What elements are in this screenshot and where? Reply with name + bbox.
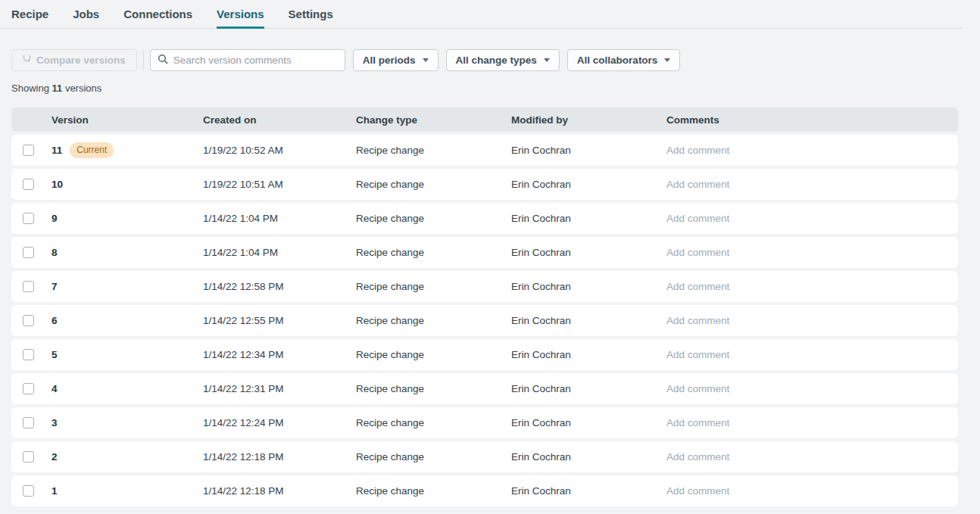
version-number: 5 <box>51 349 58 360</box>
chevron-down-icon <box>544 58 550 62</box>
change-type-cell: Recipe change <box>352 383 507 394</box>
version-number: 3 <box>51 417 58 428</box>
checkbox-cell <box>11 145 48 156</box>
add-comment-link[interactable]: Add comment <box>666 315 729 326</box>
chevron-down-icon <box>664 58 670 62</box>
version-cell: 6 <box>48 315 199 326</box>
summary-count: 11 <box>52 83 63 94</box>
summary-prefix: Showing <box>11 83 49 94</box>
add-comment-link[interactable]: Add comment <box>666 179 729 190</box>
version-cell: 10 <box>48 179 199 190</box>
column-header-change-type: Change type <box>352 114 507 126</box>
comments-cell: Add comment <box>663 281 958 292</box>
add-comment-link[interactable]: Add comment <box>666 281 729 292</box>
table-row: 7 1/14/22 12:58 PM Recipe change Erin Co… <box>11 271 958 302</box>
comments-cell: Add comment <box>663 315 958 326</box>
version-cell: 7 <box>48 281 199 292</box>
modified-by-cell: Erin Cochran <box>507 213 663 224</box>
change-type-cell: Recipe change <box>352 451 507 463</box>
comments-cell: Add comment <box>663 213 958 224</box>
add-comment-link[interactable]: Add comment <box>666 247 729 258</box>
change-type-cell: Recipe change <box>352 213 507 224</box>
change-type-cell: Recipe change <box>352 179 507 190</box>
checkbox-cell <box>11 383 48 394</box>
add-comment-link[interactable]: Add comment <box>666 451 729 463</box>
comments-cell: Add comment <box>663 451 958 463</box>
row-checkbox[interactable] <box>23 349 34 360</box>
change-type-cell: Recipe change <box>352 281 507 292</box>
column-header-modified-by: Modified by <box>507 114 663 126</box>
periods-filter-dropdown[interactable]: All periods <box>353 49 439 71</box>
version-cell: 5 <box>48 349 199 360</box>
version-number: 9 <box>51 213 58 224</box>
compare-versions-button[interactable]: Compare versions <box>11 49 137 71</box>
add-comment-link[interactable]: Add comment <box>666 145 729 156</box>
version-number: 11 <box>51 145 62 156</box>
checkbox-cell <box>11 349 48 360</box>
version-cell: 1 <box>48 485 199 497</box>
comments-cell: Add comment <box>663 349 958 360</box>
versions-count-summary: Showing 11 versions <box>11 83 980 94</box>
table-row: 1 1/14/22 12:18 PM Recipe change Erin Co… <box>11 475 958 506</box>
table-row: 3 1/14/22 12:24 PM Recipe change Erin Co… <box>11 407 958 438</box>
tab-settings[interactable]: Settings <box>289 0 333 29</box>
tab-versions[interactable]: Versions <box>217 0 264 29</box>
change-type-cell: Recipe change <box>352 417 507 428</box>
periods-filter-label: All periods <box>363 55 416 66</box>
version-number: 1 <box>51 485 58 497</box>
comments-cell: Add comment <box>663 383 958 394</box>
table-header-row: Version Created on Change type Modified … <box>11 107 958 132</box>
row-checkbox[interactable] <box>23 145 34 156</box>
version-cell: 11 Current <box>48 142 199 158</box>
checkbox-cell <box>11 315 48 326</box>
table-row: 5 1/14/22 12:34 PM Recipe change Erin Co… <box>11 339 958 370</box>
tab-connections[interactable]: Connections <box>123 0 192 29</box>
row-checkbox[interactable] <box>23 247 34 258</box>
row-checkbox[interactable] <box>23 417 34 428</box>
row-checkbox[interactable] <box>23 383 34 394</box>
modified-by-cell: Erin Cochran <box>507 179 663 190</box>
row-checkbox[interactable] <box>23 451 34 463</box>
change-types-filter-label: All change types <box>456 55 537 66</box>
created-on-cell: 1/14/22 12:58 PM <box>199 281 352 292</box>
toolbar-divider <box>143 50 144 70</box>
version-number: 10 <box>51 179 63 190</box>
search-input[interactable] <box>173 55 338 66</box>
table-body: 11 Current 1/19/22 10:52 AM Recipe chang… <box>11 135 958 506</box>
row-checkbox[interactable] <box>23 485 34 497</box>
modified-by-cell: Erin Cochran <box>507 451 663 463</box>
add-comment-link[interactable]: Add comment <box>666 383 729 394</box>
add-comment-link[interactable]: Add comment <box>666 485 729 497</box>
modified-by-cell: Erin Cochran <box>507 281 663 292</box>
table-row: 9 1/14/22 1:04 PM Recipe change Erin Coc… <box>11 203 958 234</box>
created-on-cell: 1/14/22 12:34 PM <box>199 349 352 360</box>
summary-suffix: versions <box>65 83 101 94</box>
tab-bar: Recipe Jobs Connections Versions Setting… <box>0 0 962 29</box>
table-row: 2 1/14/22 12:18 PM Recipe change Erin Co… <box>11 441 958 472</box>
version-cell: 2 <box>48 451 199 463</box>
table-row: 4 1/14/22 12:31 PM Recipe change Erin Co… <box>11 373 958 404</box>
column-header-created-on: Created on <box>199 114 352 126</box>
created-on-cell: 1/14/22 12:18 PM <box>199 485 352 497</box>
row-checkbox[interactable] <box>23 281 34 292</box>
add-comment-link[interactable]: Add comment <box>666 417 729 428</box>
created-on-cell: 1/14/22 12:18 PM <box>199 451 352 463</box>
change-type-cell: Recipe change <box>352 349 507 360</box>
table-row: 10 1/19/22 10:51 AM Recipe change Erin C… <box>11 169 958 200</box>
modified-by-cell: Erin Cochran <box>507 145 663 156</box>
collaborators-filter-dropdown[interactable]: All collaborators <box>567 49 681 71</box>
tab-jobs[interactable]: Jobs <box>73 0 99 29</box>
version-number: 2 <box>51 451 58 463</box>
modified-by-cell: Erin Cochran <box>507 417 663 428</box>
table-row: 8 1/14/22 1:04 PM Recipe change Erin Coc… <box>11 237 958 268</box>
add-comment-link[interactable]: Add comment <box>666 213 729 224</box>
change-type-cell: Recipe change <box>352 145 507 156</box>
row-checkbox[interactable] <box>23 213 34 224</box>
change-types-filter-dropdown[interactable]: All change types <box>446 49 560 71</box>
modified-by-cell: Erin Cochran <box>507 247 663 258</box>
row-checkbox[interactable] <box>23 315 34 326</box>
comments-cell: Add comment <box>663 179 958 190</box>
tab-recipe[interactable]: Recipe <box>11 0 48 29</box>
row-checkbox[interactable] <box>23 179 34 190</box>
add-comment-link[interactable]: Add comment <box>666 349 729 360</box>
